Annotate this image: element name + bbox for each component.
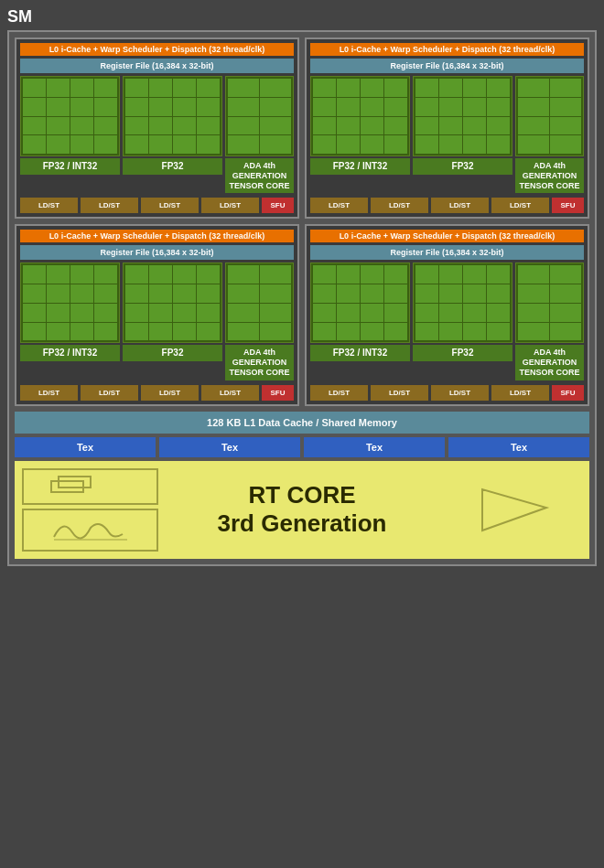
- tensor-cell: [260, 323, 291, 341]
- tensor-cell: [518, 304, 549, 322]
- fp32-label-4: FP32: [413, 345, 512, 361]
- fp-cell: [463, 304, 486, 322]
- tex-1: Tex: [15, 437, 156, 457]
- fp-cell: [487, 265, 510, 284]
- sub-sm-2: L0 i-Cache + Warp Scheduler + Dispatch (…: [305, 38, 589, 219]
- svg-marker-3: [482, 489, 546, 530]
- fp-cell: [70, 135, 93, 154]
- fp32-label-3: FP32: [123, 345, 222, 361]
- tensor-cell: [518, 284, 549, 303]
- fp-cell: [173, 98, 196, 116]
- fp-cell: [173, 265, 196, 284]
- fp-cell: [439, 323, 462, 341]
- fp32-grid-1: [123, 76, 222, 156]
- rt-icon-box-2: [22, 509, 158, 552]
- tex-row: Tex Tex Tex Tex: [15, 437, 589, 457]
- fp-cell: [94, 304, 117, 322]
- fp-cell: [337, 323, 360, 341]
- rt-core-section: RT CORE 3rd Generation: [15, 461, 589, 559]
- fp-cell: [487, 323, 510, 341]
- fp-cell: [23, 117, 46, 135]
- fp-cell: [173, 323, 196, 341]
- fp-cell: [94, 284, 117, 303]
- fp-cell: [463, 323, 486, 341]
- fp-cell: [313, 265, 336, 284]
- l1-cache-bar: 128 KB L1 Data Cache / Shared Memory: [15, 412, 589, 434]
- fp-cell: [439, 98, 462, 116]
- fp-cell: [361, 304, 383, 322]
- tensor-cell: [518, 323, 549, 341]
- fp-cell: [125, 98, 148, 116]
- reg-file-bar-3: Register File (16,384 x 32-bit): [20, 245, 294, 260]
- tensor-cell: [228, 79, 259, 97]
- tensor-grid-2: [515, 76, 584, 156]
- tensor-cell: [550, 284, 581, 303]
- fp-cell: [463, 284, 486, 303]
- rt-center-text: RT CORE 3rd Generation: [166, 481, 438, 538]
- fp-cell: [361, 265, 383, 284]
- rt-core-title: RT CORE: [249, 481, 356, 509]
- fp-cell: [439, 135, 462, 154]
- fp-cell: [149, 98, 172, 116]
- fp-cell: [149, 117, 172, 135]
- tex-2: Tex: [159, 437, 300, 457]
- fp-cell: [173, 135, 196, 154]
- fp-cell: [47, 98, 70, 116]
- fp32-grid-4: [413, 263, 512, 343]
- fp-cell: [173, 117, 196, 135]
- sm-label: SM: [7, 7, 32, 27]
- fp-cell: [463, 117, 486, 135]
- fp-cell: [313, 98, 336, 116]
- reg-file-bar-1: Register File (16,384 x 32-bit): [20, 59, 294, 73]
- fp-cell: [415, 323, 438, 341]
- cores-row-1: FP32 / INT32: [20, 76, 294, 193]
- cores-row-2: FP32 / INT32: [310, 76, 584, 193]
- tensor-cell: [260, 265, 291, 284]
- sub-sm-4: L0 i-Cache + Warp Scheduler + Dispatch (…: [305, 224, 589, 405]
- fp-cell: [47, 135, 70, 154]
- rt-core-subtitle: 3rd Generation: [218, 509, 387, 538]
- fp-cell: [313, 117, 336, 135]
- fp-cell: [337, 98, 360, 116]
- fp32-group-3: FP32: [123, 263, 222, 380]
- fp32-int32-label-1: FP32 / INT32: [20, 158, 120, 175]
- fp-cell: [337, 304, 360, 322]
- fp-cell: [463, 265, 486, 284]
- tensor-cell: [550, 323, 581, 341]
- fp-cell: [149, 323, 172, 341]
- tensor-cell: [260, 135, 291, 154]
- fp-cell: [23, 284, 46, 303]
- fp-cell: [197, 323, 220, 341]
- fp-cell: [337, 265, 360, 284]
- fp-cell: [415, 79, 438, 97]
- fp32-int32-label-4: FP32 / INT32: [310, 345, 410, 361]
- sfu-4: SFU: [552, 385, 584, 401]
- outer-container: L0 i-Cache + Warp Scheduler + Dispatch (…: [7, 30, 597, 566]
- tensor-cell: [228, 284, 259, 303]
- fp-cell: [313, 284, 336, 303]
- fp-cell: [415, 98, 438, 116]
- rt-icon-right: [446, 485, 582, 535]
- fp-cell: [384, 284, 407, 303]
- ldst-10: LD/ST: [81, 385, 138, 401]
- tensor-cell: [228, 304, 259, 322]
- fp-cell: [197, 117, 220, 135]
- fp-cell: [70, 98, 93, 116]
- ldst-7: LD/ST: [431, 198, 489, 213]
- cores-row-3: FP32 / INT32: [20, 263, 294, 380]
- fp-cell: [94, 79, 117, 97]
- fp-cell: [125, 135, 148, 154]
- ldst-16: LD/ST: [491, 385, 549, 401]
- tex-4: Tex: [448, 437, 589, 457]
- rt-icon-left: [22, 468, 158, 552]
- fp-cell: [94, 98, 117, 116]
- fp-cell: [23, 98, 46, 116]
- rt-signature-icon: [49, 514, 132, 546]
- tensor-cell: [260, 117, 291, 135]
- tensor-cell: [260, 79, 291, 97]
- l0-bar-2: L0 i-Cache + Warp Scheduler + Dispatch (…: [310, 43, 584, 56]
- tensor-core-label-1: ADA 4th GENERATION TENSOR CORE: [225, 158, 294, 193]
- fp-cell: [94, 117, 117, 135]
- fp-int-group-3: FP32 / INT32: [20, 263, 120, 380]
- fp-cell: [463, 79, 486, 97]
